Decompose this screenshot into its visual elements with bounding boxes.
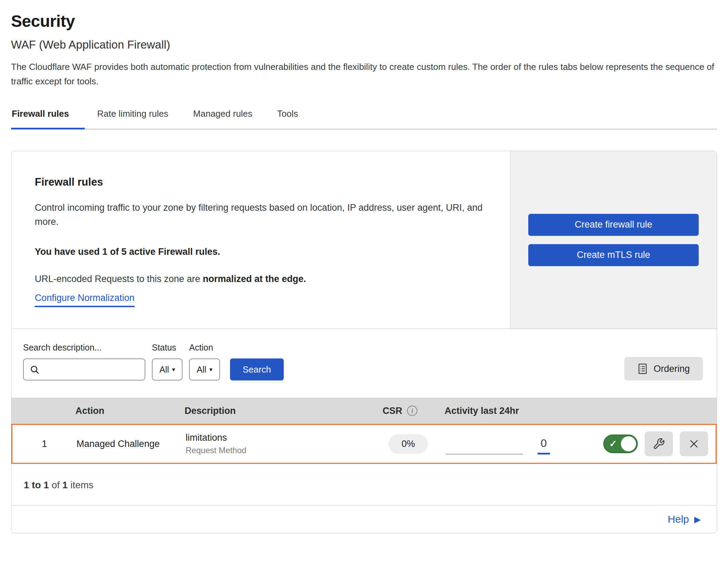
header-activity: Activity last 24hr bbox=[445, 406, 602, 416]
create-actions-panel: Create firewall rule Create mTLS rule bbox=[510, 151, 717, 328]
toggle-knob bbox=[621, 436, 636, 451]
items-of: of bbox=[52, 480, 60, 490]
tab-managed-rules[interactable]: Managed rules bbox=[181, 103, 265, 129]
rule-action: Managed Challenge bbox=[76, 439, 186, 449]
rule-description-cell: limitations Request Method bbox=[186, 432, 384, 455]
delete-rule-button[interactable] bbox=[680, 431, 708, 456]
status-select-value: All bbox=[159, 365, 169, 375]
page-description: The Cloudflare WAF provides both automat… bbox=[11, 60, 717, 88]
rule-enabled-toggle[interactable]: ✓ bbox=[603, 435, 638, 453]
page-title: Security bbox=[11, 12, 717, 31]
ordering-button[interactable]: Ordering bbox=[624, 357, 703, 380]
action-select-value: All bbox=[197, 365, 206, 375]
search-input[interactable] bbox=[43, 365, 139, 375]
header-csr-label: CSR bbox=[383, 406, 402, 416]
tab-rate-limiting-rules[interactable]: Rate limiting rules bbox=[85, 103, 181, 129]
chevron-down-icon: ▾ bbox=[172, 366, 175, 373]
tab-tools[interactable]: Tools bbox=[265, 103, 311, 129]
normalization-text-bold: normalized at the edge. bbox=[203, 274, 306, 284]
header-description: Description bbox=[185, 406, 383, 416]
help-section: Help ▶ bbox=[11, 505, 717, 533]
status-select[interactable]: All ▾ bbox=[152, 358, 183, 380]
list-icon bbox=[637, 363, 648, 375]
rule-priority: 1 bbox=[12, 438, 76, 449]
action-label: Action bbox=[189, 343, 220, 353]
search-input-container bbox=[23, 358, 145, 380]
arrow-right-icon: ▶ bbox=[694, 514, 701, 524]
search-button[interactable]: Search bbox=[230, 358, 284, 380]
normalization-text-regular: URL-encoded Requests to this zone are bbox=[35, 274, 203, 284]
ordering-button-label: Ordering bbox=[654, 364, 690, 374]
normalization-text: URL-encoded Requests to this zone are no… bbox=[35, 274, 489, 284]
wrench-icon bbox=[653, 438, 665, 450]
activity-count-link[interactable]: 0 bbox=[538, 437, 550, 455]
items-range: 1 to 1 bbox=[24, 480, 49, 490]
activity-sparkline bbox=[446, 432, 523, 455]
close-icon bbox=[688, 438, 699, 449]
csr-badge: 0% bbox=[388, 434, 428, 454]
chevron-down-icon: ▾ bbox=[209, 366, 212, 373]
action-field: Action All ▾ bbox=[189, 343, 220, 380]
overview-section: Firewall rules Control incoming traffic … bbox=[11, 151, 717, 329]
help-link[interactable]: Help ▶ bbox=[668, 513, 701, 525]
tab-firewall-rules[interactable]: Firewall rules bbox=[11, 103, 85, 129]
firewall-rules-card: Firewall rules Control incoming traffic … bbox=[11, 151, 717, 533]
create-firewall-rule-button[interactable]: Create firewall rule bbox=[528, 214, 699, 236]
rule-controls: ✓ bbox=[603, 431, 716, 456]
page-subtitle: WAF (Web Application Firewall) bbox=[11, 38, 717, 51]
header-action: Action bbox=[75, 406, 185, 416]
search-label: Search description... bbox=[23, 343, 145, 353]
info-icon[interactable]: i bbox=[407, 406, 417, 416]
status-field: Status All ▾ bbox=[152, 343, 183, 380]
header-csr: CSR i bbox=[383, 406, 445, 416]
search-icon bbox=[29, 364, 40, 375]
items-total: 1 bbox=[62, 480, 68, 490]
overview-content: Firewall rules Control incoming traffic … bbox=[11, 151, 510, 328]
usage-text: You have used 1 of 5 active Firewall rul… bbox=[35, 247, 489, 257]
page-header: Security WAF (Web Application Firewall) … bbox=[0, 0, 728, 88]
overview-heading: Firewall rules bbox=[35, 176, 489, 188]
create-mtls-rule-button[interactable]: Create mTLS rule bbox=[528, 244, 699, 266]
action-select[interactable]: All ▾ bbox=[189, 358, 220, 380]
help-link-label: Help bbox=[668, 513, 689, 525]
table-row: 1 Managed Challenge limitations Request … bbox=[11, 424, 717, 464]
overview-description: Control incoming traffic to your zone by… bbox=[35, 201, 484, 229]
check-icon: ✓ bbox=[609, 438, 617, 449]
rule-expression-summary: Request Method bbox=[186, 446, 384, 455]
status-label: Status bbox=[152, 343, 183, 353]
configure-normalization-link[interactable]: Configure Normalization bbox=[35, 293, 135, 307]
rule-activity-cell: 0 bbox=[446, 425, 603, 463]
tab-bar: Firewall rules Rate limiting rules Manag… bbox=[11, 103, 717, 129]
pagination-summary: 1 to 1 of 1 items bbox=[11, 464, 717, 505]
edit-rule-button[interactable] bbox=[645, 431, 673, 456]
search-field: Search description... bbox=[23, 343, 145, 380]
filter-bar: Search description... Status All ▾ Actio… bbox=[11, 329, 717, 398]
rule-description[interactable]: limitations bbox=[186, 432, 384, 443]
rule-csr-cell: 0% bbox=[388, 434, 428, 454]
items-word: items bbox=[70, 480, 93, 490]
table-header: Action Description CSR i Activity last 2… bbox=[11, 398, 717, 424]
